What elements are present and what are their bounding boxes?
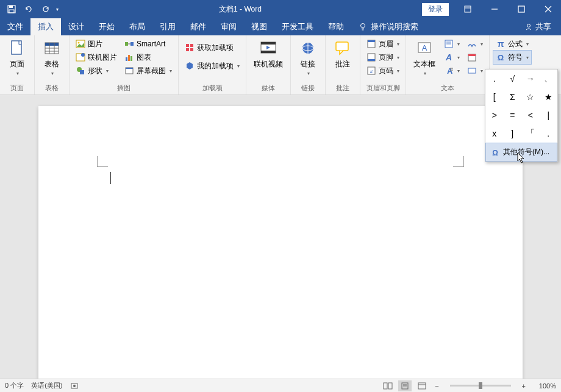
- redo-button[interactable]: [38, 2, 54, 16]
- online-picture-button[interactable]: 联机图片: [73, 51, 120, 64]
- symbol-cell[interactable]: >: [485, 106, 504, 124]
- word-count[interactable]: 0 个字: [5, 381, 24, 390]
- symbol-button[interactable]: Ω符号▾: [493, 51, 531, 64]
- my-addins-button[interactable]: 我的加载项▾: [182, 59, 242, 73]
- header-button[interactable]: 页眉▾: [364, 37, 402, 51]
- read-mode-button[interactable]: [381, 380, 395, 391]
- symbol-cell[interactable]: ]: [504, 124, 522, 143]
- tab-design[interactable]: 设计: [61, 18, 91, 35]
- comment-icon: [333, 38, 352, 58]
- share-button[interactable]: 共享: [524, 21, 551, 32]
- group-comments: 批注 批注: [326, 35, 360, 94]
- symbol-cell[interactable]: →: [521, 69, 540, 88]
- link-button[interactable]: 链接 ▾: [295, 37, 321, 77]
- minimize-button[interactable]: [482, 0, 507, 18]
- maximize-button[interactable]: [509, 0, 534, 18]
- symbol-cell[interactable]: Σ: [504, 88, 522, 106]
- symbol-cell[interactable]: ★: [540, 88, 558, 106]
- symbol-cell[interactable]: .: [540, 124, 558, 143]
- svg-rect-62: [468, 54, 476, 56]
- text-cursor: [110, 172, 111, 184]
- page[interactable]: [38, 106, 523, 379]
- datetime-button[interactable]: [465, 51, 485, 64]
- tab-help[interactable]: 帮助: [321, 18, 351, 35]
- table-button[interactable]: 表格 ▾: [38, 37, 65, 77]
- tell-me-search[interactable]: 操作说明搜索: [359, 21, 418, 32]
- tab-view[interactable]: 视图: [244, 18, 274, 35]
- quickparts-button[interactable]: ▾: [441, 37, 462, 51]
- equation-button[interactable]: π公式▾: [493, 37, 531, 51]
- wordart-button[interactable]: A▾: [441, 51, 462, 64]
- symbol-cell[interactable]: =: [504, 106, 522, 124]
- tab-mailings[interactable]: 邮件: [183, 18, 213, 35]
- print-layout-button[interactable]: [398, 380, 412, 391]
- textbox-icon: A: [415, 38, 434, 58]
- svg-text:A: A: [445, 52, 452, 62]
- zoom-slider[interactable]: [450, 385, 511, 387]
- pagenumber-button[interactable]: #页码▾: [364, 64, 402, 77]
- svg-rect-40: [261, 42, 276, 45]
- svg-rect-69: [384, 383, 387, 389]
- lightbulb-icon: [359, 23, 367, 31]
- symbol-cell[interactable]: <: [521, 106, 540, 124]
- symbol-cell[interactable]: .: [485, 69, 504, 88]
- document-area[interactable]: [0, 95, 561, 379]
- zoom-in-button[interactable]: +: [520, 382, 528, 390]
- ribbon-tabs: 文件 插入 设计 开始 布局 引用 邮件 审阅 视图 开发工具 帮助 操作说明搜…: [0, 18, 561, 35]
- footer-icon: [366, 52, 376, 62]
- save-button[interactable]: [4, 2, 20, 16]
- dropcap-button[interactable]: A▾: [441, 64, 462, 77]
- tab-file[interactable]: 文件: [0, 18, 30, 35]
- symbol-cell[interactable]: 「: [521, 124, 540, 143]
- more-symbols-button[interactable]: Ω 其他符号(M)...: [485, 143, 557, 162]
- svg-rect-63: [468, 68, 476, 73]
- signature-button[interactable]: ▾: [465, 37, 485, 51]
- svg-rect-34: [126, 68, 133, 69]
- textbox-button[interactable]: A 文本框 ▾: [410, 37, 439, 77]
- object-button[interactable]: ▾: [465, 64, 485, 77]
- tab-review[interactable]: 审阅: [213, 18, 244, 35]
- window-title: 文档1 - Word: [59, 4, 422, 15]
- symbol-cell[interactable]: 、: [540, 69, 558, 88]
- screenshot-button[interactable]: 屏幕截图▾: [122, 64, 174, 77]
- footer-button[interactable]: 页脚▾: [364, 51, 402, 64]
- group-text: A 文本框 ▾ ▾ A▾ A▾ ▾ ▾ 文本: [406, 35, 490, 94]
- video-button[interactable]: 联机视频: [250, 37, 287, 71]
- svg-rect-7: [518, 6, 524, 12]
- pages-button[interactable]: 页面 ▾: [4, 37, 30, 77]
- svg-point-10: [361, 24, 365, 28]
- symbol-dropdown: . √ → 、 [ Σ ☆ ★ > = < | x ] 「 . Ω 其他符号(M…: [485, 69, 558, 162]
- zoom-level[interactable]: 100%: [532, 382, 556, 390]
- symbol-cell[interactable]: x: [485, 124, 504, 143]
- comment-button[interactable]: 批注: [329, 37, 356, 71]
- ribbon-display-button[interactable]: [455, 0, 481, 18]
- ribbon: 页面 ▾ 页面 表格 ▾ 表格 图片 联机图片 形状▾ SmartArt 图表: [0, 35, 561, 95]
- tab-references[interactable]: 引用: [152, 18, 183, 35]
- login-button[interactable]: 登录: [422, 3, 449, 16]
- smartart-button[interactable]: SmartArt: [122, 37, 174, 51]
- symbol-cell[interactable]: |: [540, 106, 558, 124]
- pagenum-icon: #: [366, 66, 376, 76]
- svg-point-13: [527, 24, 531, 27]
- web-layout-button[interactable]: [415, 380, 429, 391]
- language-indicator[interactable]: 英语(美国): [31, 381, 62, 390]
- table-icon: [42, 38, 62, 58]
- dropcap-icon: A: [444, 66, 454, 76]
- chart-icon: [124, 52, 134, 62]
- shapes-button[interactable]: 形状▾: [73, 64, 120, 77]
- tab-layout[interactable]: 布局: [122, 18, 152, 35]
- tab-insert[interactable]: 插入: [30, 18, 61, 35]
- tab-start[interactable]: 开始: [91, 18, 122, 35]
- symbol-cell[interactable]: √: [504, 69, 522, 88]
- zoom-out-button[interactable]: −: [432, 382, 441, 390]
- symbol-cell[interactable]: [: [485, 88, 504, 106]
- symbol-cell[interactable]: ☆: [521, 88, 540, 106]
- macro-indicator[interactable]: [70, 381, 79, 390]
- tab-developer[interactable]: 开发工具: [274, 18, 321, 35]
- picture-button[interactable]: 图片: [73, 37, 120, 51]
- close-button[interactable]: [535, 0, 561, 18]
- get-addins-button[interactable]: 获取加载项: [182, 41, 242, 54]
- chart-button[interactable]: 图表: [122, 51, 174, 64]
- undo-button[interactable]: [21, 2, 37, 16]
- svg-rect-4: [465, 6, 471, 12]
